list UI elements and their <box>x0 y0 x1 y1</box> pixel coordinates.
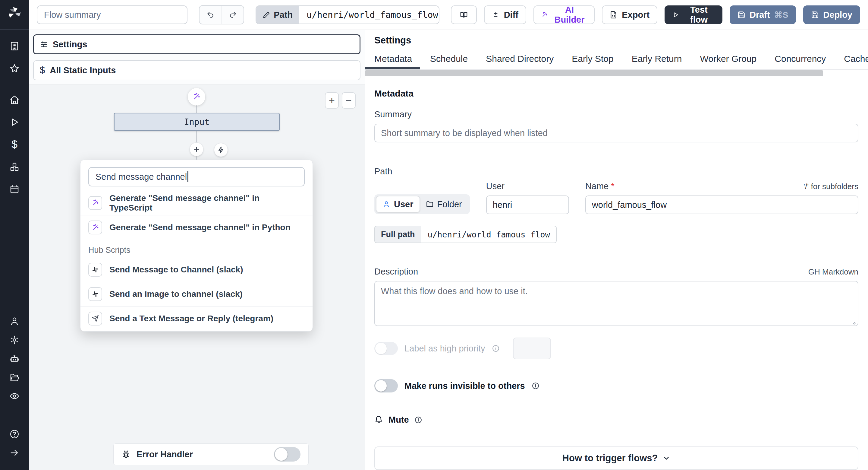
undo-redo-group <box>199 5 244 24</box>
error-handler-toggle[interactable] <box>274 447 301 462</box>
tab-concurrency[interactable]: Concurrency <box>775 54 826 69</box>
draft-shortcut: ⌘S <box>774 10 788 20</box>
redo-button[interactable] <box>221 6 244 24</box>
resize-handle-icon[interactable] <box>851 320 856 325</box>
windmill-flow-editor: $ Path u/henri/world_famous_flow <box>0 0 868 470</box>
name-input[interactable] <box>585 196 858 214</box>
sidebar-item-folders[interactable] <box>0 368 29 387</box>
export-button[interactable]: Export <box>602 5 657 24</box>
folder-open-icon <box>9 372 20 383</box>
sliders-icon <box>40 40 48 48</box>
add-step-button[interactable] <box>190 142 204 156</box>
pencil-icon <box>263 11 270 19</box>
how-to-trigger-flows-button[interactable]: How to trigger flows? <box>374 446 858 470</box>
description-label-row: Description GH Markdown <box>374 267 858 276</box>
path-chip-label: Path <box>256 6 299 24</box>
flow-graph-canvas[interactable]: + − Input Send message channel <box>29 85 365 470</box>
markdown-hint: GH Markdown <box>808 267 858 276</box>
sidebar-item-audit-logs[interactable] <box>0 387 29 406</box>
description-textarea[interactable] <box>374 281 858 326</box>
input-node[interactable]: Input <box>114 113 280 131</box>
diff-button[interactable]: Diff <box>484 5 526 24</box>
invisible-runs-label: Make runs invisible to others <box>404 381 525 391</box>
edge-connector <box>196 105 197 113</box>
sidebar-item-home[interactable] <box>0 89 29 111</box>
zoom-in-button[interactable]: + <box>325 92 339 109</box>
test-flow-button[interactable]: Test flow <box>664 5 722 24</box>
high-priority-row: Label as high priority <box>374 337 858 359</box>
step-search-input[interactable]: Send message channel <box>88 167 305 186</box>
info-icon <box>532 382 539 390</box>
ai-flow-builder-button[interactable] <box>188 88 205 106</box>
owner-kind-folder[interactable]: Folder <box>420 196 468 212</box>
undo-icon <box>207 11 214 19</box>
generate-python-option[interactable]: Generate "Send message channel" in Pytho… <box>81 215 313 239</box>
metadata-section: Metadata Summary Path User <box>365 76 868 470</box>
owner-kind-toggle: User Folder <box>374 194 470 214</box>
metadata-heading: Metadata <box>374 88 858 99</box>
sidebar-item-workspace[interactable] <box>0 35 29 57</box>
name-label-row: Name * '/' for subfolders <box>585 181 858 191</box>
tabs-scrollbar-thumb[interactable] <box>365 70 823 76</box>
draft-button[interactable]: Draft⌘S <box>730 5 796 24</box>
eye-icon <box>9 391 20 401</box>
hub-scripts-section-label: Hub Scripts <box>81 239 313 257</box>
tab-early-stop[interactable]: Early Stop <box>572 54 613 69</box>
sidebar-item-resources[interactable] <box>0 156 29 178</box>
sidebar-item-favorites[interactable] <box>0 57 29 80</box>
tab-early-return[interactable]: Early Return <box>632 54 682 69</box>
sidebar-item-settings[interactable] <box>0 331 29 349</box>
windmill-logo-icon[interactable] <box>7 5 22 21</box>
full-path-label: Full path <box>374 226 421 243</box>
zoom-out-button[interactable]: − <box>342 92 355 109</box>
flow-panel: Settings $ All Static Inputs + − Input <box>29 30 365 470</box>
path-value-field[interactable]: u/henri/world_famous_flow <box>299 6 439 24</box>
tab-cache[interactable]: Cache <box>844 54 868 69</box>
tabs-scrollbar <box>365 70 868 76</box>
help-button[interactable] <box>0 425 29 443</box>
tab-worker-group[interactable]: Worker Group <box>700 54 756 69</box>
subfolder-hint: '/' for subfolders <box>804 182 858 191</box>
dollar-icon: $ <box>11 138 18 151</box>
play-icon <box>9 117 20 127</box>
high-priority-toggle[interactable] <box>374 342 398 355</box>
undo-button[interactable] <box>199 6 221 24</box>
add-trigger-button[interactable] <box>214 143 228 157</box>
invisible-runs-toggle[interactable] <box>374 379 398 392</box>
summary-input[interactable] <box>374 124 858 142</box>
sidebar-item-variables[interactable]: $ <box>0 133 29 156</box>
owner-kind-user[interactable]: User <box>376 196 420 212</box>
gear-icon <box>9 335 20 345</box>
flow-settings-box[interactable]: Settings <box>33 34 361 54</box>
hub-script-option-slack-message[interactable]: Send Message to Channel (slack) <box>81 257 313 282</box>
error-handler-node[interactable]: Error Handler <box>113 443 309 465</box>
deploy-button[interactable]: Deploy <box>803 5 860 24</box>
full-path-row: Full path u/henri/world_famous_flow <box>374 226 858 243</box>
sidebar-item-runs[interactable] <box>0 111 29 133</box>
ai-builder-button[interactable]: AI Builder <box>533 5 595 24</box>
tab-shared-directory[interactable]: Shared Directory <box>486 54 554 69</box>
hub-script-option-slack-image[interactable]: Send an image to channel (slack) <box>81 282 313 306</box>
wand-icon <box>88 221 102 234</box>
file-code-icon <box>610 11 618 19</box>
docs-button[interactable] <box>451 5 477 24</box>
sidebar-item-user[interactable] <box>0 312 29 331</box>
sidebar-item-workers[interactable] <box>0 349 29 368</box>
priority-value-input[interactable] <box>513 337 551 359</box>
user-input[interactable] <box>486 196 569 214</box>
flow-summary-input[interactable] <box>37 5 187 24</box>
tab-metadata[interactable]: Metadata <box>374 54 412 69</box>
wand-icon <box>541 11 548 19</box>
collapse-sidebar-button[interactable] <box>0 443 29 462</box>
folder-icon <box>426 200 434 208</box>
settings-panel-title: Settings <box>374 35 868 46</box>
flow-path-chip[interactable]: Path u/henri/world_famous_flow <box>255 5 439 24</box>
slack-icon <box>88 263 102 276</box>
tab-schedule[interactable]: Schedule <box>430 54 468 69</box>
generate-typescript-option[interactable]: Generate "Send message channel" in TypeS… <box>81 190 313 215</box>
slack-icon <box>88 287 102 301</box>
description-label: Description <box>374 267 418 276</box>
static-inputs-box[interactable]: $ All Static Inputs <box>33 60 361 80</box>
sidebar-item-schedules[interactable] <box>0 178 29 200</box>
hub-script-option-telegram[interactable]: Send a Text Message or Reply (telegram) <box>81 306 313 331</box>
